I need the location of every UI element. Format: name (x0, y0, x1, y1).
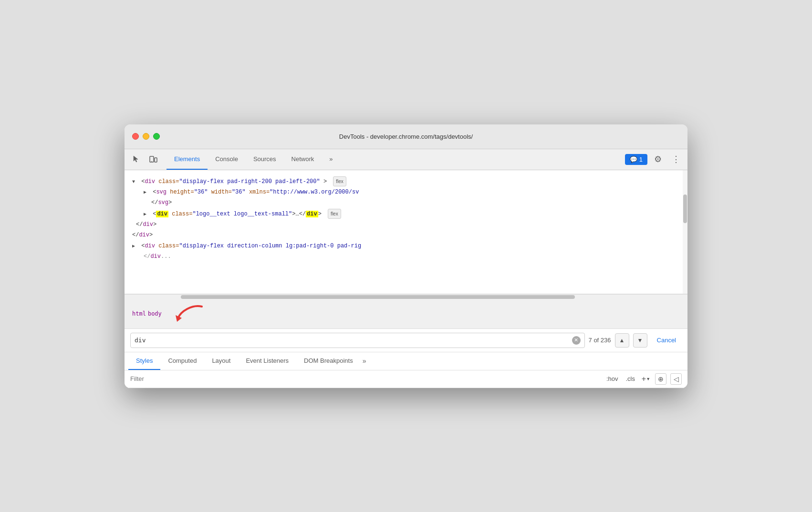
tab-more[interactable]: » (322, 149, 340, 170)
tab-event-listeners[interactable]: Event Listeners (238, 352, 296, 370)
new-style-rule-button[interactable]: ⊕ (655, 373, 666, 385)
tab-computed[interactable]: Computed (160, 352, 204, 370)
search-next-button[interactable]: ▼ (633, 333, 647, 348)
tab-network[interactable]: Network (284, 149, 322, 170)
search-prev-button[interactable]: ▲ (615, 333, 629, 348)
search-bar: div ✕ 7 of 236 ▲ ▼ Cancel (125, 329, 687, 352)
settings-button[interactable]: ⚙ (650, 152, 666, 167)
search-cancel-button[interactable]: Cancel (651, 334, 682, 347)
toolbar-right: 💬 1 ⚙ ⋮ (625, 152, 684, 167)
devtools-window: DevTools - developer.chrome.com/tags/dev… (125, 124, 687, 388)
plus-icon: + (642, 375, 646, 383)
tab-elements[interactable]: Elements (167, 149, 208, 170)
window-title: DevTools - developer.chrome.com/tags/dev… (339, 133, 473, 140)
tab-more-styles[interactable]: » (363, 357, 366, 365)
search-current-number: 7 (589, 337, 592, 344)
tag-div-close-2: div (139, 232, 149, 238)
tab-console[interactable]: Console (208, 149, 246, 170)
horizontal-scrollbar-track (125, 294, 687, 299)
breadcrumb-html[interactable]: html (132, 310, 146, 317)
triangle-right-icon-2 (144, 187, 149, 197)
toggle-sidebar-button[interactable]: ◁ (670, 373, 682, 385)
badge-count: 1 (639, 156, 643, 163)
flex-badge-2: flex (328, 209, 341, 219)
svg-rect-1 (155, 158, 157, 162)
dom-line-1[interactable]: <div class="display-flex pad-right-200 p… (125, 176, 687, 187)
dom-panel: <div class="display-flex pad-right-200 p… (125, 170, 687, 294)
tag-div-partial: div (150, 253, 161, 260)
dom-line-2[interactable]: <svg height="36" width="36" xmlns="http:… (125, 187, 687, 197)
tab-layout[interactable]: Layout (204, 352, 238, 370)
filter-bar: :hov .cls + ▼ ⊕ ◁ (125, 370, 687, 388)
sidebar-icon: ◁ (674, 375, 679, 383)
triangle-right-icon-7 (132, 241, 138, 251)
breadcrumb-bar: html body (125, 299, 687, 329)
dom-line-8[interactable]: </div... (125, 251, 687, 262)
breadcrumb-body[interactable]: body (148, 310, 162, 317)
tab-dom-breakpoints[interactable]: DOM Breakpoints (296, 352, 361, 370)
search-clear-button[interactable]: ✕ (572, 336, 581, 345)
hov-button[interactable]: :hov (604, 374, 620, 383)
dom-line-3[interactable]: </svg> (125, 197, 687, 208)
tag-div-close-1: div (143, 221, 153, 228)
search-input[interactable]: div (135, 337, 572, 344)
styles-filter-input[interactable] (130, 375, 601, 382)
devtools-toolbar: Elements Console Sources Network » 💬 1 ⚙… (125, 149, 687, 170)
horizontal-scrollbar-thumb[interactable] (181, 295, 575, 299)
inspect-element-button[interactable] (128, 152, 144, 167)
dom-line-6[interactable]: </div> (125, 230, 687, 240)
device-toolbar-button[interactable] (146, 152, 161, 167)
tab-sources[interactable]: Sources (246, 149, 284, 170)
more-options-button[interactable]: ⋮ (668, 152, 684, 167)
vertical-scrollbar-track (683, 170, 687, 294)
highlight-div-close: div (306, 211, 318, 217)
dom-line-4[interactable]: <div class="logo__text logo__text-small"… (125, 208, 687, 219)
title-bar: DevTools - developer.chrome.com/tags/dev… (125, 124, 687, 149)
svg-point-2 (151, 161, 152, 162)
filter-actions: :hov .cls + ▼ ⊕ ◁ (604, 373, 682, 385)
plus-arrow-icon: ▼ (646, 377, 650, 381)
styles-tabs: Styles Computed Layout Event Listeners D… (125, 352, 687, 370)
vertical-scrollbar-thumb[interactable] (683, 195, 687, 223)
cls-button[interactable]: .cls (624, 374, 637, 383)
dom-line-7[interactable]: <div class="display-flex direction-colum… (125, 241, 687, 251)
tag-div-7: div (145, 243, 155, 249)
tag-div-1: div (145, 178, 155, 185)
devtools-tabs: Elements Console Sources Network » (167, 149, 625, 170)
traffic-lights (132, 133, 160, 140)
badge-icon: 💬 (630, 156, 637, 163)
dom-line-5[interactable]: </div> (125, 219, 687, 230)
add-style-button[interactable]: + ▼ (641, 374, 651, 384)
tag-svg: svg (156, 189, 167, 195)
tag-svg-close: svg (158, 199, 168, 206)
search-input-wrapper: div ✕ (130, 333, 585, 348)
highlight-div: div (156, 211, 168, 217)
close-button[interactable] (132, 133, 139, 140)
red-arrow-annotation (173, 302, 211, 326)
minimize-button[interactable] (143, 133, 149, 140)
maximize-button[interactable] (153, 133, 160, 140)
search-count: 7 of 236 (589, 337, 611, 344)
styles-panel: Styles Computed Layout Event Listeners D… (125, 352, 687, 388)
triangle-down-icon (132, 177, 138, 186)
tab-styles[interactable]: Styles (128, 352, 160, 370)
search-total: of 236 (593, 337, 611, 344)
flex-badge-1: flex (333, 176, 346, 186)
toolbar-icons (128, 152, 161, 167)
triangle-right-icon-4 (144, 209, 149, 219)
console-messages-button[interactable]: 💬 1 (625, 154, 647, 165)
new-rule-icon: ⊕ (658, 375, 664, 383)
